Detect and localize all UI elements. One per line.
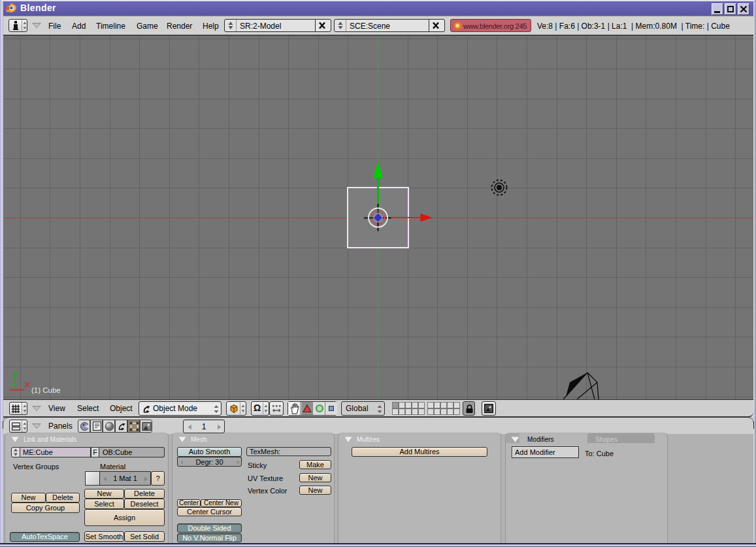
svg-text:(1) Cube: (1) Cube	[31, 386, 61, 394]
